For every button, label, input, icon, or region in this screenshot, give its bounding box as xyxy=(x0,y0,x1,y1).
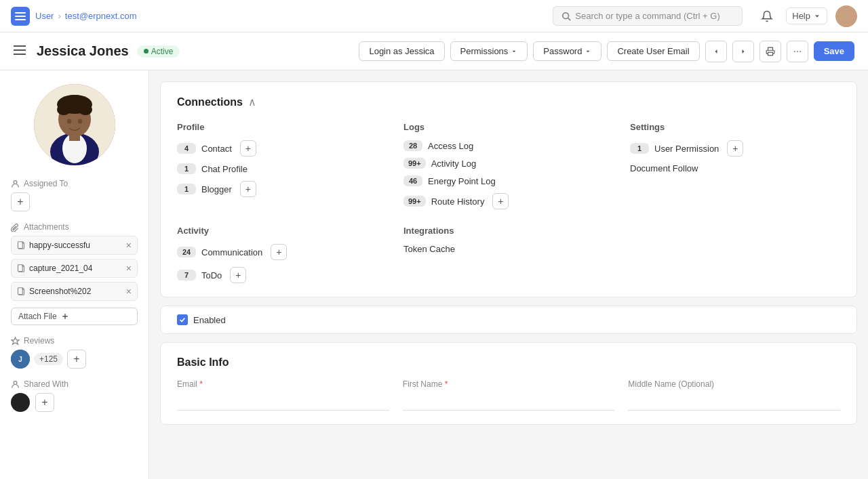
review-avatar: J xyxy=(11,350,30,369)
collapse-connections[interactable]: ∧ xyxy=(248,96,256,108)
conn-access-log: 28 Access Log xyxy=(403,140,614,151)
more-options-button[interactable] xyxy=(787,41,808,62)
page-header: Jessica Jones Active Login as Jessica Pe… xyxy=(0,33,868,70)
svg-point-12 xyxy=(797,51,798,52)
svg-text:J: J xyxy=(18,356,22,363)
conn-todo-label[interactable]: ToDo xyxy=(201,270,222,280)
main-content: Connections ∧ Profile 4 Contact + 1 xyxy=(149,70,868,479)
conn-energy-point-log: 46 Energy Point Log xyxy=(403,175,614,186)
svg-point-21 xyxy=(62,95,87,108)
login-as-button[interactable]: Login as Jessica xyxy=(359,41,444,61)
assigned-to-label: Assigned To xyxy=(11,179,138,188)
todo-add[interactable]: + xyxy=(230,267,246,283)
connections-card: Connections ∧ Profile 4 Contact + 1 xyxy=(160,81,857,297)
svg-point-25 xyxy=(14,180,17,184)
user-avatar[interactable] xyxy=(835,5,857,27)
connections-title: Connections xyxy=(177,96,243,108)
conn-token-cache-label[interactable]: Token Cache xyxy=(403,244,455,254)
sidebar: Assigned To + Attachments happy-successf… xyxy=(0,70,149,479)
breadcrumb-user[interactable]: User xyxy=(35,11,54,21)
prev-button[interactable] xyxy=(705,41,727,62)
logs-add[interactable]: + xyxy=(492,193,509,209)
save-button[interactable]: Save xyxy=(814,41,854,61)
svg-point-6 xyxy=(840,19,854,26)
conn-todo: 7 ToDo + xyxy=(177,267,387,283)
enabled-label: Enabled xyxy=(193,315,226,325)
assigned-to-add[interactable]: + xyxy=(11,192,30,211)
blogger-add[interactable]: + xyxy=(240,181,256,197)
conn-contact-label[interactable]: Contact xyxy=(201,144,232,154)
profile-add[interactable]: + xyxy=(240,140,256,157)
conn-user-permission-label[interactable]: User Permission xyxy=(654,144,719,154)
conn-chat-profile-label[interactable]: Chat Profile xyxy=(201,164,248,174)
remove-attachment-1[interactable]: × xyxy=(126,240,132,251)
remove-attachment-3[interactable]: × xyxy=(126,286,132,297)
add-review[interactable]: + xyxy=(67,350,86,369)
integrations-items: Token Cache xyxy=(403,244,614,254)
help-button[interactable]: Help xyxy=(786,7,827,24)
next-button[interactable] xyxy=(732,41,754,62)
search-bar[interactable]: Search or type a command (Ctrl + G) xyxy=(553,6,743,26)
permissions-button[interactable]: Permissions xyxy=(450,41,528,61)
search-placeholder: Search or type a command (Ctrl + G) xyxy=(575,11,720,21)
email-field: Email * xyxy=(177,379,389,411)
email-required: * xyxy=(199,379,203,389)
settings-title: Settings xyxy=(630,122,840,132)
attach-file-button[interactable]: Attach File xyxy=(11,308,138,325)
logs-items: 28 Access Log 99+ Activity Log 46 Energy… xyxy=(403,140,614,209)
activity-items: 24 Communication + 7 ToDo + xyxy=(177,244,387,283)
conn-route-history-label[interactable]: Route History xyxy=(431,196,485,207)
content-area: Assigned To + Attachments happy-successf… xyxy=(0,70,868,479)
first-name-input[interactable] xyxy=(403,392,615,411)
conn-activity-log-label[interactable]: Activity Log xyxy=(431,159,476,169)
svg-rect-1 xyxy=(15,16,26,17)
middle-name-input[interactable] xyxy=(628,392,840,411)
settings-items: 1 User Permission + Document Follow xyxy=(630,140,840,173)
remove-attachment-2[interactable]: × xyxy=(126,263,132,274)
enabled-checkbox[interactable] xyxy=(177,314,188,325)
conn-blogger: 1 Blogger + xyxy=(177,181,387,197)
print-button[interactable] xyxy=(760,41,781,62)
reviews-section: Reviews J +125 + xyxy=(11,336,138,369)
create-user-email-button[interactable]: Create User Email xyxy=(607,41,699,61)
attachment-item-2: capture_2021_04 × xyxy=(11,259,138,278)
conn-document-follow: Document Follow xyxy=(630,163,840,173)
activity-section: Activity 24 Communication + 7 ToDo + xyxy=(177,226,387,283)
svg-rect-2 xyxy=(15,19,26,20)
breadcrumb-email[interactable]: test@erpnext.com xyxy=(65,11,137,21)
svg-point-13 xyxy=(800,51,801,52)
email-input[interactable] xyxy=(177,392,389,411)
conn-energy-point-log-label[interactable]: Energy Point Log xyxy=(428,176,496,186)
middle-name-label: Middle Name (Optional) xyxy=(628,379,840,389)
conn-access-log-label[interactable]: Access Log xyxy=(428,141,473,151)
conn-user-permission: 1 User Permission + xyxy=(630,140,840,157)
first-name-label: First Name * xyxy=(403,379,615,389)
profile-items: 4 Contact + 1 Chat Profile 1 Blogger + xyxy=(177,140,387,197)
conn-activity-log: 99+ Activity Log xyxy=(403,158,614,169)
first-name-required: * xyxy=(445,379,448,389)
svg-point-5 xyxy=(842,9,851,18)
add-shared[interactable]: + xyxy=(35,393,54,412)
svg-point-34 xyxy=(14,381,17,384)
breadcrumb-sep-1: › xyxy=(58,11,60,21)
breadcrumb: User › test@erpnext.com xyxy=(35,11,136,21)
basic-info-card: Basic Info Email * First Name * xyxy=(160,342,857,425)
reviews-label: Reviews xyxy=(11,336,138,346)
conn-blogger-label[interactable]: Blogger xyxy=(201,184,232,194)
conn-document-follow-label[interactable]: Document Follow xyxy=(630,163,698,173)
attachment-item-1: happy-successfu × xyxy=(11,236,138,255)
svg-rect-27 xyxy=(18,265,23,272)
settings-add[interactable]: + xyxy=(727,140,743,157)
notification-bell[interactable] xyxy=(756,5,778,27)
sidebar-toggle[interactable] xyxy=(14,45,26,58)
password-button[interactable]: Password xyxy=(533,41,601,61)
profile-section: Profile 4 Contact + 1 Chat Profile 1 xyxy=(177,122,387,209)
nav-right: Help xyxy=(756,5,857,27)
svg-marker-31 xyxy=(12,337,19,344)
activity-add[interactable]: + xyxy=(271,244,287,260)
conn-communication-label[interactable]: Communication xyxy=(201,247,262,257)
shared-with-row: + xyxy=(11,393,138,412)
svg-point-11 xyxy=(794,51,795,52)
app-icon[interactable] xyxy=(11,7,30,26)
svg-rect-22 xyxy=(69,133,80,141)
